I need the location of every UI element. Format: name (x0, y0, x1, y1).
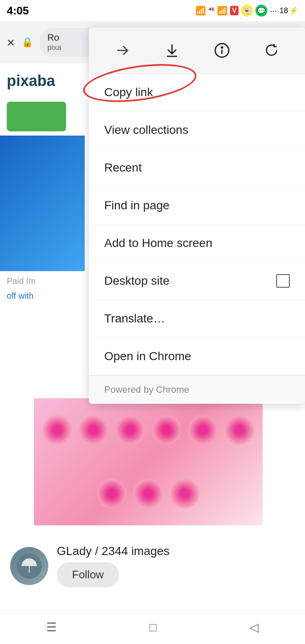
flower-9 (170, 479, 200, 508)
flower-6 (225, 415, 254, 445)
refresh-button[interactable] (259, 38, 284, 63)
open-in-chrome-label: Open in Chrome (104, 350, 191, 363)
user-section: GLady / 2344 images Follow (0, 536, 305, 596)
status-bar: 4:05 📶 ⁴⁶ 📶 V 👻 💬 ··· 18 ⚡ (0, 0, 305, 21)
app-icon-msg: 💬 (255, 5, 267, 17)
user-name: GLady / 2344 images (57, 544, 295, 558)
status-icons: 📶 ⁴⁶ 📶 V 👻 💬 ··· 18 ⚡ (195, 5, 298, 17)
powered-by-label: Powered by Chrome (104, 384, 189, 395)
translate-label: Translate… (104, 312, 165, 325)
off-text: off with (0, 291, 85, 301)
menu-item-open-in-chrome[interactable]: Open in Chrome (89, 338, 305, 375)
flower-5 (188, 415, 218, 445)
pixabay-logo: pixaba (0, 64, 85, 98)
svg-rect-1 (29, 566, 30, 573)
copy-link-label: Copy link (104, 86, 153, 99)
download-icon (164, 43, 180, 58)
add-to-home-label: Add to Home screen (104, 236, 212, 250)
desktop-site-checkbox[interactable] (276, 274, 290, 288)
find-in-page-label: Find in page (104, 199, 169, 212)
user-avatar (10, 547, 48, 585)
refresh-icon (264, 43, 279, 58)
signal2-icon: 📶 (217, 6, 227, 16)
powered-by-section: Powered by Chrome (89, 375, 305, 404)
pink-image-bg (34, 398, 263, 525)
dropdown-menu: Copy link View collections Recent Find i… (89, 28, 305, 404)
close-tab-button[interactable]: × (7, 35, 15, 50)
menu-item-add-to-home[interactable]: Add to Home screen (89, 225, 305, 262)
back-nav-icon[interactable]: ◁ (250, 620, 259, 634)
flower-2 (79, 415, 108, 445)
flower-4 (152, 415, 181, 445)
forward-icon (115, 43, 130, 58)
menu-item-desktop-site[interactable]: Desktop site (89, 262, 305, 300)
flower-8 (133, 479, 163, 508)
flower-3 (115, 415, 145, 445)
follow-button[interactable]: Follow (57, 562, 119, 587)
app-icon-snap: 👻 (241, 5, 253, 17)
home-nav-icon[interactable]: □ (150, 621, 157, 634)
bottom-nav: ☰ □ ◁ (0, 610, 305, 644)
desktop-site-label: Desktop site (104, 274, 169, 288)
svg-point-7 (221, 47, 222, 48)
signal-icon: 📶 (195, 6, 206, 16)
blue-image-bg (0, 136, 85, 271)
info-icon (214, 43, 230, 58)
menu-item-view-collections[interactable]: View collections (89, 111, 305, 149)
recent-label: Recent (104, 161, 142, 175)
app-icon-v: V (230, 6, 239, 15)
menu-item-copy-link[interactable]: Copy link (89, 74, 305, 111)
lock-icon: 🔒 (22, 37, 33, 48)
menu-item-recent[interactable]: Recent (89, 149, 305, 187)
view-collections-label: View collections (104, 123, 189, 137)
user-info: GLady / 2344 images Follow (57, 544, 295, 587)
data-icon: ⁴⁶ (208, 6, 214, 15)
paid-text: Paid Im (0, 271, 85, 291)
more-icon: ··· (270, 6, 277, 16)
status-time: 4:05 (7, 4, 29, 17)
green-button-bg (7, 102, 66, 131)
flower-1 (42, 415, 72, 445)
download-button[interactable] (159, 38, 185, 63)
flower-7 (97, 479, 127, 508)
menu-item-find-in-page[interactable]: Find in page (89, 187, 305, 225)
battery-icon: 18 ⚡ (280, 6, 298, 15)
menu-nav-icon[interactable]: ☰ (46, 620, 57, 634)
menu-item-translate[interactable]: Translate… (89, 300, 305, 338)
forward-button[interactable] (110, 38, 135, 63)
avatar-image (17, 553, 42, 579)
dropdown-action-bar (89, 28, 305, 74)
info-button[interactable] (209, 38, 235, 63)
